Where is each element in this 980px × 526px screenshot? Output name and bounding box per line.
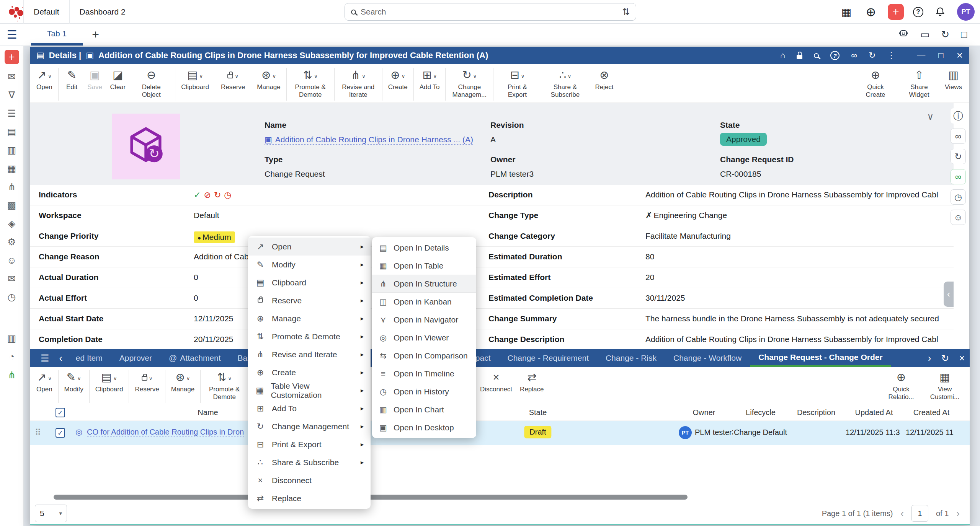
clock-icon[interactable]: ◷ [8,291,16,303]
panel-modify-button[interactable]: ✎∨Modify [60,370,87,393]
table-icon[interactable]: ▦ [7,162,16,174]
app-logo[interactable] [0,0,24,24]
panel-refresh-icon[interactable]: ↻ [936,353,954,364]
view-customization-button[interactable]: ▦View Customi... [923,370,967,401]
document-icon[interactable]: ▥ [7,144,16,156]
clipboard-button[interactable]: ▤∨Clipboard [177,68,213,91]
submenu-item-open-in-timeline[interactable]: ≡Open In Timeline [372,365,476,383]
column-created-at[interactable]: Created At [913,408,950,417]
row-checkbox[interactable]: ✓ [56,428,65,438]
global-search[interactable]: ⇅ [345,3,636,21]
manage-button[interactable]: ⊛∨Manage [253,68,284,91]
panel-disconnect-button[interactable]: ×Disconnect [476,370,516,393]
reject-button[interactable]: ⊗Reject [591,68,617,91]
menu-item-manage[interactable]: ⊛Manage▸ [248,309,371,327]
refresh-icon[interactable]: ↻ [941,29,949,41]
select-all-checkbox[interactable]: ✓ [56,408,65,417]
reserve-button[interactable]: ∨Reserve [217,68,249,91]
tabs-scroll-left-icon[interactable]: ‹ [54,353,67,364]
maximize-button[interactable]: □ [938,49,943,62]
tab-change-requirement[interactable]: Change - Requirement [499,349,597,367]
open-button[interactable]: ↗∨Open [33,68,56,91]
export-grid-icon[interactable]: ▦ [839,4,854,20]
prev-page-icon[interactable]: ‹ [900,508,904,519]
donut-icon[interactable]: ◔ [9,350,15,363]
revise-iterate-button[interactable]: ⋔∨Revise and Iterate [336,68,380,98]
tab-change-request-change-order[interactable]: Change Request - Change Order [750,349,891,367]
filter-icon[interactable]: ∇ [8,89,15,101]
dashboard-selector[interactable]: Dashboard 2 [70,0,136,24]
menu-item-replace[interactable]: ⇄Replace [248,489,371,507]
widgets-icon[interactable]: ▭ [920,29,930,41]
object-thumbnail[interactable]: ↻ [112,114,180,179]
titlebar-help-icon[interactable]: ? [830,51,840,60]
tab-affected-item[interactable]: ed Item [67,349,111,367]
menu-item-change-management[interactable]: ↻Change Management▸ [248,417,371,435]
mail-icon[interactable]: ✉ [8,70,16,83]
column-updated-at[interactable]: Updated At [855,408,893,417]
main-menu-icon[interactable]: ☰ [7,28,17,41]
assistant-icon[interactable] [898,28,909,41]
menu-item-revise-iterate[interactable]: ⋔Revise and Iterate▸ [248,345,371,363]
collapse-panel-handle[interactable]: ‹ [944,282,954,307]
horizontal-scrollbar[interactable] [54,495,688,500]
submenu-item-open-in-chart[interactable]: ▥Open In Chart [372,401,476,419]
link-panel-icon[interactable]: ∞ [951,129,966,144]
submenu-item-open-in-details[interactable]: ▤Open In Details [372,239,476,257]
submenu-item-open-in-navigator[interactable]: ⋎Open in Navigator [372,311,476,329]
column-state[interactable]: State [529,408,547,417]
panel-reserve-button[interactable]: ∨Reserve [131,370,163,393]
print-export-button[interactable]: ⊟∨Print & Export [495,68,539,98]
structure-icon[interactable]: ⋔ [8,369,16,381]
row-name-link[interactable]: CO for Addition of Cable Routing Clips i… [87,428,244,437]
next-page-icon[interactable]: › [956,508,960,519]
menu-item-promote-demote[interactable]: ⇅Promote & Demote▸ [248,327,371,345]
column-lifecycle[interactable]: Lifecycle [746,408,776,417]
clear-button[interactable]: ◪Clear [106,68,130,91]
page-size-select[interactable]: 5▾ [35,505,67,522]
settings-icon[interactable]: ⚙ [7,236,16,248]
chart-icon[interactable]: ▥ [7,332,16,344]
table-row[interactable]: ⠿ ✓ ◎ CO for Addition of Cable Routing C… [30,421,970,445]
column-name[interactable]: Name [198,408,218,417]
menu-item-table-view-customization[interactable]: ▦Table View Customization▸ [248,381,371,399]
submenu-item-open-in-viewer[interactable]: ◎Open In Viewer [372,329,476,347]
share-subscribe-button[interactable]: ∴∨Share & Subscribe [543,68,587,98]
submenu-item-open-in-structure[interactable]: ⋔Open In Structure [372,275,476,293]
tab-attachment[interactable]: @Attachment [160,349,229,367]
panel-clipboard-button[interactable]: ▤∨Clipboard [91,370,127,393]
create-button[interactable]: ⊕∨Create [384,68,412,91]
window-titlebar[interactable]: ▤ Details | ▣ Addition of Cable Routing … [30,47,969,64]
tab-change-risk[interactable]: Change - Risk [597,349,665,367]
search-input[interactable] [361,7,617,16]
connections-panel-icon[interactable]: ∞ [951,169,966,184]
delete-object-button[interactable]: ⊖Delete Object [129,68,173,98]
panel-close-icon[interactable]: × [954,353,970,364]
lock-icon[interactable] [797,52,802,59]
help-icon[interactable]: ? [913,7,923,17]
tabs-scroll-right-icon[interactable]: › [923,353,936,364]
submenu-item-open-in-desktop[interactable]: ▣Open In Desktop [372,419,476,436]
team-panel-icon[interactable]: ☺ [951,210,966,225]
grid-icon[interactable]: ▩ [7,199,16,211]
quick-create-button[interactable]: ⊕Quick Create [854,68,897,98]
list-icon[interactable]: ☰ [7,107,16,119]
menu-item-create[interactable]: ⊕Create▸ [248,363,371,381]
quick-add-button[interactable]: + [888,4,904,20]
submenu-item-open-in-table[interactable]: ▦Open In Table [372,257,476,275]
more-menu-icon[interactable]: ⋮ [887,50,895,60]
quick-relationship-button[interactable]: ⊕Quick Relatio... [879,370,923,401]
column-description[interactable]: Description [797,408,835,417]
close-button[interactable]: × [957,49,963,62]
menu-item-modify[interactable]: ✎Modify▸ [248,256,371,274]
menu-item-clipboard[interactable]: ▤Clipboard▸ [248,274,371,291]
link-icon[interactable]: ∞ [851,50,857,60]
edit-button[interactable]: ✎Edit [60,68,83,91]
user-icon[interactable]: ☺ [7,254,17,266]
component-icon[interactable]: ◈ [8,217,15,230]
mail2-icon[interactable]: ✉ [8,272,16,285]
menu-item-disconnect[interactable]: ×Disconnect [248,471,371,489]
info-icon[interactable]: ⓘ [951,108,966,124]
create-icon[interactable]: ⊕ [863,4,879,20]
menu-item-add-to[interactable]: ⊞Add To▸ [248,399,371,417]
